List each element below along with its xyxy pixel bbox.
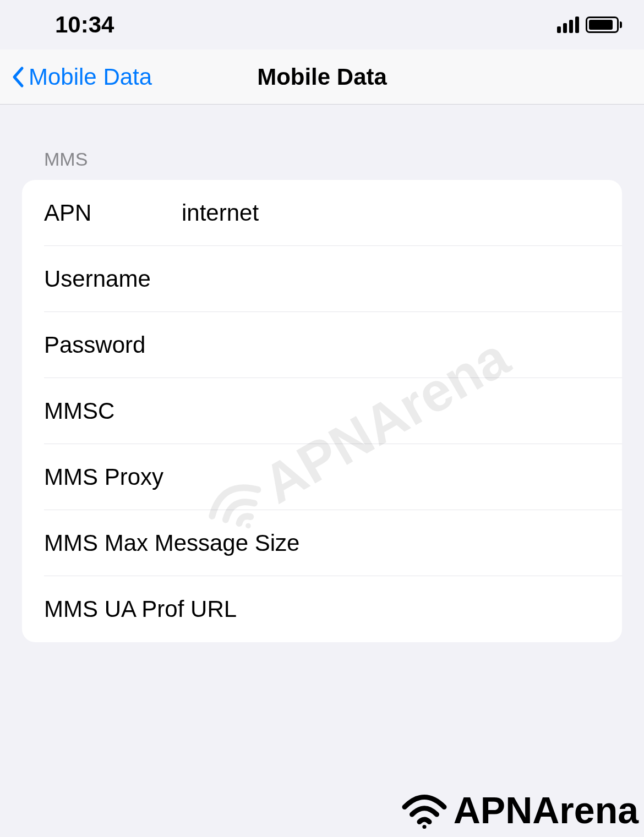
apn-row[interactable]: APN [44,180,622,246]
mms-ua-prof-label: MMS UA Prof URL [44,596,237,622]
mms-ua-prof-input[interactable] [237,596,600,622]
mmsc-label: MMSC [44,398,176,424]
back-label: Mobile Data [29,64,152,90]
wifi-icon [400,790,449,831]
cellular-signal-icon [557,17,579,33]
page-title: Mobile Data [257,64,387,90]
mms-proxy-label: MMS Proxy [44,464,176,490]
navigation-bar: Mobile Data Mobile Data [0,50,644,105]
status-bar: 10:34 [0,0,644,50]
footer-text: APNArena [454,789,638,831]
mms-settings-group: APN Username Password MMSC MMS Proxy MMS… [22,180,622,642]
mms-max-size-label: MMS Max Message Size [44,530,299,556]
status-indicators [557,17,622,33]
apn-input[interactable] [176,200,600,226]
mms-max-size-row[interactable]: MMS Max Message Size [44,510,622,576]
username-input[interactable] [176,266,600,292]
password-input[interactable] [176,332,600,358]
status-time: 10:34 [55,12,114,38]
password-label: Password [44,332,176,358]
svg-point-1 [422,824,426,828]
mms-proxy-input[interactable] [176,464,600,490]
back-button[interactable]: Mobile Data [0,64,152,90]
username-label: Username [44,266,176,292]
username-row[interactable]: Username [44,246,622,312]
mmsc-input[interactable] [176,398,600,424]
mms-proxy-row[interactable]: MMS Proxy [44,444,622,510]
content-area: MMS APN Username Password MMSC MMS Proxy… [0,105,644,642]
apn-label: APN [44,200,176,226]
chevron-left-icon [11,66,24,88]
password-row[interactable]: Password [44,312,622,378]
mms-max-size-input[interactable] [299,530,600,556]
battery-icon [586,17,622,33]
mms-ua-prof-row[interactable]: MMS UA Prof URL [44,576,622,642]
section-header-mms: MMS [22,149,622,170]
footer-logo: APNArena [400,789,638,831]
mmsc-row[interactable]: MMSC [44,378,622,444]
